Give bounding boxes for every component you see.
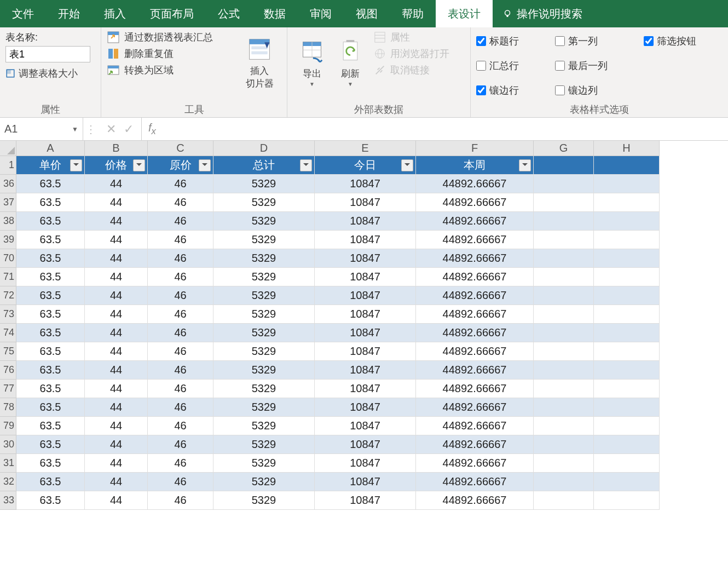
filter-button[interactable] — [300, 159, 312, 171]
cell[interactable]: 5329 — [213, 342, 315, 361]
cell[interactable]: 46 — [148, 175, 213, 193]
cell[interactable] — [534, 324, 594, 342]
row-header[interactable]: 38 — [0, 212, 16, 231]
cell[interactable]: 46 — [148, 417, 213, 435]
cell[interactable]: 总计 — [213, 156, 315, 175]
cell[interactable]: 46 — [148, 193, 213, 212]
cell[interactable]: 63.5 — [16, 324, 85, 342]
tell-me-search[interactable]: 操作说明搜索 — [493, 7, 592, 21]
row-header[interactable]: 37 — [0, 193, 16, 212]
cell[interactable]: 10847 — [315, 473, 416, 491]
checkbox-input-total_row[interactable] — [476, 61, 486, 71]
filter-button[interactable] — [519, 159, 531, 171]
cell[interactable]: 63.5 — [16, 491, 85, 510]
cell[interactable]: 46 — [148, 361, 213, 380]
column-header-H[interactable]: H — [594, 141, 660, 156]
cell[interactable]: 44 — [85, 473, 148, 491]
cancel-icon[interactable]: ✕ — [106, 122, 116, 136]
tab-视图[interactable]: 视图 — [344, 0, 390, 27]
cell[interactable] — [594, 156, 660, 175]
row-header[interactable]: 78 — [0, 398, 16, 417]
cell[interactable]: 46 — [148, 268, 213, 286]
cell[interactable]: 10847 — [315, 305, 416, 324]
cell[interactable] — [594, 305, 660, 324]
cell[interactable]: 5329 — [213, 268, 315, 286]
cell[interactable]: 44 — [85, 193, 148, 212]
column-header-C[interactable]: C — [148, 141, 213, 156]
tab-页面布局[interactable]: 页面布局 — [138, 0, 206, 27]
cell[interactable] — [534, 398, 594, 417]
cell[interactable]: 5329 — [213, 286, 315, 305]
cell[interactable]: 44892.66667 — [416, 398, 534, 417]
cell[interactable] — [534, 380, 594, 398]
checkbox-total_row[interactable]: 汇总行 — [476, 55, 545, 76]
cell[interactable]: 46 — [148, 435, 213, 454]
column-header-E[interactable]: E — [315, 141, 416, 156]
cell[interactable]: 10847 — [315, 324, 416, 342]
cell[interactable]: 5329 — [213, 380, 315, 398]
cell[interactable] — [594, 435, 660, 454]
cell[interactable]: 63.5 — [16, 212, 85, 231]
cell[interactable]: 44892.66667 — [416, 212, 534, 231]
checkbox-input-banded_col[interactable] — [555, 85, 565, 95]
row-header[interactable]: 33 — [0, 491, 16, 510]
cell[interactable]: 44892.66667 — [416, 249, 534, 268]
dedup-button[interactable]: 删除重复值 — [107, 47, 238, 60]
cell[interactable] — [534, 342, 594, 361]
cell[interactable]: 44 — [85, 342, 148, 361]
column-header-D[interactable]: D — [213, 141, 315, 156]
name-box[interactable]: A1 ▼ — [0, 118, 83, 140]
cell[interactable]: 63.5 — [16, 268, 85, 286]
cell[interactable]: 5329 — [213, 212, 315, 231]
row-header[interactable]: 75 — [0, 342, 16, 361]
cell[interactable] — [594, 212, 660, 231]
cell[interactable]: 63.5 — [16, 361, 85, 380]
checkbox-banded_col[interactable]: 镶边列 — [555, 81, 634, 101]
cell[interactable] — [594, 380, 660, 398]
row-header[interactable]: 72 — [0, 286, 16, 305]
row-header[interactable]: 77 — [0, 380, 16, 398]
cell[interactable]: 46 — [148, 491, 213, 510]
cell[interactable]: 44 — [85, 380, 148, 398]
cell[interactable] — [534, 435, 594, 454]
cell[interactable]: 46 — [148, 380, 213, 398]
cell[interactable]: 63.5 — [16, 454, 85, 473]
cell[interactable] — [534, 454, 594, 473]
cell[interactable] — [594, 417, 660, 435]
cell[interactable]: 10847 — [315, 417, 416, 435]
cell[interactable]: 63.5 — [16, 286, 85, 305]
cell[interactable]: 44 — [85, 231, 148, 249]
row-header[interactable]: 74 — [0, 324, 16, 342]
cell[interactable]: 44892.66667 — [416, 380, 534, 398]
cell[interactable]: 今日 — [315, 156, 416, 175]
cell[interactable]: 46 — [148, 473, 213, 491]
cell[interactable]: 63.5 — [16, 473, 85, 491]
cell[interactable]: 44892.66667 — [416, 193, 534, 212]
filter-button[interactable] — [199, 159, 211, 171]
row-header[interactable]: 71 — [0, 268, 16, 286]
cell[interactable]: 5329 — [213, 249, 315, 268]
tab-数据[interactable]: 数据 — [252, 0, 298, 27]
cell[interactable] — [594, 268, 660, 286]
export-button[interactable]: 导出 ▼ — [293, 31, 331, 96]
cell[interactable]: 5329 — [213, 491, 315, 510]
cell[interactable]: 46 — [148, 454, 213, 473]
cell[interactable] — [534, 249, 594, 268]
cell[interactable] — [594, 231, 660, 249]
cell[interactable]: 10847 — [315, 398, 416, 417]
cell[interactable]: 10847 — [315, 361, 416, 380]
cell[interactable]: 44892.66667 — [416, 473, 534, 491]
checkbox-input-filter_btn[interactable] — [644, 36, 654, 46]
cell[interactable]: 10847 — [315, 435, 416, 454]
cell[interactable]: 44 — [85, 212, 148, 231]
cell[interactable]: 46 — [148, 305, 213, 324]
cell[interactable]: 44 — [85, 491, 148, 510]
cell[interactable]: 63.5 — [16, 417, 85, 435]
cell[interactable] — [594, 454, 660, 473]
cell[interactable]: 44 — [85, 435, 148, 454]
cell[interactable]: 44 — [85, 286, 148, 305]
cell[interactable] — [534, 212, 594, 231]
tab-帮助[interactable]: 帮助 — [390, 0, 436, 27]
row-header[interactable]: 79 — [0, 417, 16, 435]
column-header-G[interactable]: G — [534, 141, 594, 156]
